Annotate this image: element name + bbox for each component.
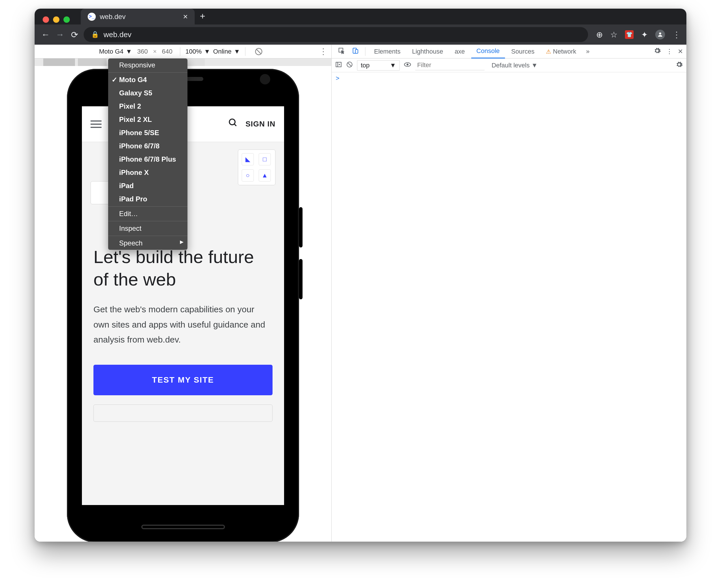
- devtools-menu-icon[interactable]: ⋮: [666, 48, 673, 55]
- close-devtools-icon[interactable]: ✕: [678, 48, 683, 55]
- chevron-down-icon: ▼: [126, 48, 132, 55]
- lock-icon: 🔒: [91, 31, 99, 38]
- reload-button[interactable]: ⟳: [69, 30, 80, 40]
- console-settings-icon[interactable]: [676, 61, 683, 70]
- more-tabs[interactable]: »: [583, 48, 593, 55]
- device-option[interactable]: Pixel 2 XL: [108, 113, 187, 126]
- tab-axe[interactable]: axe: [449, 45, 470, 59]
- secondary-card[interactable]: [94, 404, 273, 422]
- device-inspect[interactable]: Inspect: [108, 222, 187, 235]
- warning-icon: ⚠: [546, 48, 551, 55]
- rotate-button[interactable]: [251, 46, 267, 57]
- tab-lighthouse[interactable]: Lighthouse: [407, 45, 448, 59]
- log-levels-selector[interactable]: Default levels ▼: [492, 62, 538, 69]
- svg-point-0: [659, 33, 661, 35]
- device-option[interactable]: iPhone 5/SE: [108, 126, 187, 140]
- device-toggle-icon[interactable]: [349, 47, 362, 56]
- clear-console-icon[interactable]: [346, 61, 353, 70]
- svg-line-4: [234, 124, 236, 126]
- filter-input[interactable]: [415, 60, 484, 70]
- tab-elements[interactable]: Elements: [369, 45, 406, 59]
- device-option-responsive[interactable]: Responsive: [108, 59, 187, 72]
- camera-icon: [260, 74, 270, 84]
- zoom-selector[interactable]: 100% ▼: [185, 48, 210, 55]
- forward-button[interactable]: →: [55, 30, 65, 40]
- throttle-value: Online: [213, 48, 232, 55]
- device-option[interactable]: iPad Pro: [108, 192, 187, 206]
- viewport-height[interactable]: 640: [159, 48, 175, 55]
- new-tab-button[interactable]: +: [200, 11, 205, 22]
- title-bar: >_ web.dev × +: [35, 9, 686, 24]
- shapes-widget: ◣ □ ○ ▲: [238, 149, 276, 185]
- tab-network[interactable]: ⚠Network: [541, 45, 581, 59]
- menu-icon[interactable]: [91, 121, 101, 128]
- svg-point-3: [229, 119, 235, 125]
- devtools-pane: Elements Lighthouse axe Console Sources …: [332, 45, 686, 542]
- cta-button[interactable]: TEST MY SITE: [94, 365, 273, 395]
- console-body[interactable]: >: [332, 72, 686, 542]
- svg-rect-7: [355, 49, 358, 53]
- console-toolbar: top ▼ Default levels ▼: [332, 59, 686, 72]
- minimize-window-icon[interactable]: [53, 16, 59, 23]
- device-dropdown: Responsive Moto G4 Galaxy S5 Pixel 2 Pix…: [108, 59, 187, 250]
- shape-triangle-up-icon: ▲: [259, 169, 271, 182]
- chevron-down-icon: ▼: [204, 48, 210, 55]
- url-bar: ← → ⟳ 🔒 web.dev ⊕ ☆ 👕 ✦ ⋮: [35, 24, 686, 45]
- browser-menu-icon[interactable]: ⋮: [673, 30, 681, 40]
- device-option[interactable]: iPhone X: [108, 166, 187, 179]
- chevron-down-icon: ▼: [234, 48, 240, 55]
- back-button[interactable]: ←: [40, 30, 51, 40]
- signin-button[interactable]: SIGN IN: [245, 120, 276, 128]
- sidebar-toggle-icon[interactable]: [335, 61, 342, 70]
- url-text: web.dev: [103, 30, 132, 39]
- shape-circle-icon: ○: [242, 169, 254, 182]
- inspect-element-icon[interactable]: [335, 47, 348, 56]
- viewport-width[interactable]: 360: [135, 48, 150, 55]
- device-option[interactable]: iPhone 6/7/8 Plus: [108, 153, 187, 166]
- shape-triangle-icon: ◣: [242, 153, 254, 165]
- extensions-icon[interactable]: ✦: [641, 30, 648, 40]
- favicon-icon: >_: [88, 13, 96, 21]
- tab-title: web.dev: [100, 13, 125, 21]
- device-edit[interactable]: Edit…: [108, 207, 187, 220]
- device-option[interactable]: Pixel 2: [108, 100, 187, 113]
- dimension-separator: ×: [153, 48, 157, 55]
- extension-badge[interactable]: 👕: [625, 30, 634, 39]
- device-option[interactable]: iPhone 6/7/8: [108, 140, 187, 153]
- search-icon[interactable]: [228, 118, 238, 130]
- device-toolbar: Moto G4 ▼ 360 × 640 100% ▼ Online ▼: [35, 45, 332, 59]
- zoom-value: 100%: [185, 48, 202, 55]
- live-expression-icon[interactable]: [404, 61, 411, 70]
- bookmark-icon[interactable]: ☆: [610, 30, 618, 40]
- svg-line-2: [256, 49, 262, 54]
- hero-sub: Get the web's modern capabilities on you…: [94, 302, 273, 348]
- url-field[interactable]: 🔒 web.dev: [84, 27, 588, 42]
- device-name: Moto G4: [99, 48, 123, 55]
- home-bar: [141, 525, 225, 529]
- svg-point-13: [407, 63, 409, 65]
- context-selector[interactable]: top ▼: [357, 60, 400, 70]
- browser-tab[interactable]: >_ web.dev ×: [81, 9, 195, 24]
- tab-console[interactable]: Console: [471, 45, 505, 59]
- close-window-icon[interactable]: [43, 16, 49, 23]
- device-speech[interactable]: Speech: [108, 236, 187, 250]
- close-tab-icon[interactable]: ×: [183, 12, 188, 21]
- device-option[interactable]: Moto G4: [108, 73, 187, 86]
- devtools-tabs: Elements Lighthouse axe Console Sources …: [332, 45, 686, 59]
- device-menu-icon[interactable]: ⋮: [319, 47, 327, 56]
- browser-window: >_ web.dev × + ← → ⟳ 🔒 web.dev ⊕ ☆ 👕 ✦ ⋮…: [35, 9, 686, 542]
- device-option[interactable]: Galaxy S5: [108, 86, 187, 100]
- settings-icon[interactable]: [654, 47, 661, 56]
- throttle-selector[interactable]: Online ▼: [213, 48, 240, 55]
- hero-heading: Let's build the future of the web: [94, 246, 273, 290]
- profile-avatar[interactable]: [655, 30, 665, 40]
- chevron-down-icon: ▼: [532, 62, 538, 69]
- url-actions: ⊕ ☆ 👕 ✦ ⋮: [596, 30, 681, 40]
- device-mode-pane: Moto G4 ▼ 360 × 640 100% ▼ Online ▼: [35, 45, 332, 542]
- device-selector[interactable]: Moto G4 ▼: [99, 48, 132, 55]
- tab-sources[interactable]: Sources: [506, 45, 540, 59]
- device-option[interactable]: iPad: [108, 179, 187, 192]
- maximize-window-icon[interactable]: [63, 16, 70, 23]
- traffic-lights: [43, 16, 70, 23]
- add-to-icon[interactable]: ⊕: [596, 30, 603, 40]
